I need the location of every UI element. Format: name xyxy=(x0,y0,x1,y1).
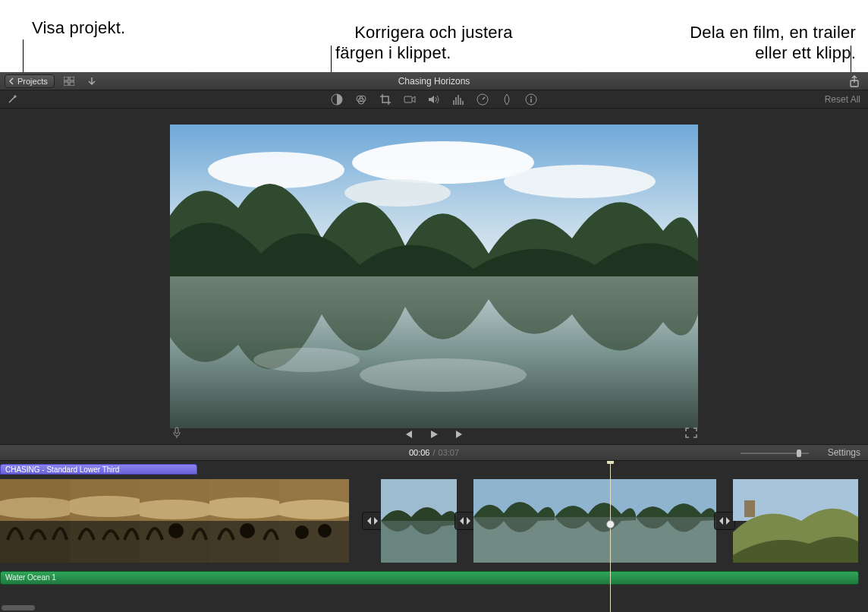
callout-projects: Visa projekt. xyxy=(32,18,125,38)
reset-all-button[interactable]: Reset All xyxy=(825,94,860,105)
share-button[interactable] xyxy=(847,74,862,88)
voiceover-button[interactable] xyxy=(170,426,184,440)
callout-projects-text: Visa projekt. xyxy=(32,18,125,37)
callouts-area: Visa projekt. Korrigera och justera färg… xyxy=(0,0,868,72)
svg-rect-37 xyxy=(279,521,349,563)
svg-point-30 xyxy=(140,500,209,519)
window-title: Chasing Horizons xyxy=(0,72,868,90)
playhead-knob[interactable] xyxy=(606,520,615,528)
svg-rect-21 xyxy=(175,427,178,434)
timecode-total: 03:07 xyxy=(439,448,460,457)
audio-clip[interactable]: Water Ocean 1 xyxy=(0,571,859,585)
gap-3 xyxy=(716,479,733,563)
projects-button[interactable]: Projects xyxy=(5,74,55,88)
svg-point-17 xyxy=(504,165,656,198)
camera-icon xyxy=(404,95,416,104)
color-wheel-icon xyxy=(355,93,367,106)
magic-wand-icon xyxy=(7,94,17,105)
info-icon xyxy=(525,93,537,106)
next-button[interactable] xyxy=(453,427,467,441)
callout-color: Korrigera och justera färgen i klippet. xyxy=(335,3,513,84)
color-balance-icon xyxy=(331,93,343,106)
download-arrow-icon xyxy=(87,77,96,86)
timecode-current: 00:06 xyxy=(409,448,430,457)
svg-point-27 xyxy=(70,496,140,517)
timeline-pane[interactable]: CHASING - Standard Lower Third xyxy=(0,461,868,612)
crossfade-icon xyxy=(719,516,731,525)
fullscreen-button[interactable] xyxy=(684,426,698,440)
video-clip-1[interactable] xyxy=(0,479,364,563)
video-clip-2[interactable] xyxy=(381,479,457,563)
zoom-slider[interactable] xyxy=(741,450,809,457)
timeline-header: 00:06 / 03:07 Settings xyxy=(0,444,868,461)
svg-point-34 xyxy=(209,497,279,519)
clip-filter-button[interactable] xyxy=(500,93,514,106)
projects-button-label: Projects xyxy=(17,77,48,86)
transition-2[interactable] xyxy=(454,512,476,530)
svg-rect-1 xyxy=(70,77,74,80)
playhead[interactable] xyxy=(610,461,611,612)
horizontal-scrollbar[interactable] xyxy=(2,605,35,610)
transition-1[interactable] xyxy=(362,512,383,530)
topbar-left-group: Projects xyxy=(0,74,100,88)
callout-line-share xyxy=(851,46,851,74)
svg-point-38 xyxy=(279,500,349,519)
video-clip-3[interactable] xyxy=(473,479,716,563)
speed-button[interactable] xyxy=(476,93,489,106)
preview-landscape-image xyxy=(170,125,698,428)
callout-color-text: Korrigera och justera färgen i klippet. xyxy=(335,23,513,62)
fullscreen-icon xyxy=(685,427,697,438)
speed-icon xyxy=(476,93,489,106)
preview-frame[interactable] xyxy=(170,125,698,428)
svg-rect-2 xyxy=(64,82,68,86)
svg-rect-26 xyxy=(70,521,140,563)
svg-point-24 xyxy=(0,497,70,519)
svg-point-39 xyxy=(295,525,309,539)
color-balance-button[interactable] xyxy=(330,93,344,106)
svg-point-12 xyxy=(530,96,532,98)
video-clip-4[interactable] xyxy=(733,479,858,563)
volume-icon xyxy=(428,94,440,105)
zoom-track xyxy=(741,453,809,454)
playback-controls xyxy=(401,427,467,441)
crop-button[interactable] xyxy=(379,93,392,106)
viewer-pane xyxy=(0,109,868,444)
title-clip-label: CHASING - Standard Lower Third xyxy=(5,465,119,474)
clip-info-button[interactable] xyxy=(524,93,538,106)
next-icon xyxy=(454,429,465,440)
filter-drop-icon xyxy=(502,93,512,106)
svg-rect-3 xyxy=(70,82,74,86)
play-button[interactable] xyxy=(427,427,441,441)
svg-rect-50 xyxy=(744,500,755,517)
enhance-button[interactable] xyxy=(5,93,20,106)
zoom-knob[interactable] xyxy=(797,450,801,457)
title-clip[interactable]: CHASING - Standard Lower Third xyxy=(0,464,197,475)
timeline-settings-button[interactable]: Settings xyxy=(828,447,860,458)
svg-point-40 xyxy=(318,524,332,538)
gap-1 xyxy=(364,479,381,563)
callout-line-projects xyxy=(23,39,24,74)
callout-share: Dela en film, en trailer eller ett klipp… xyxy=(671,3,856,84)
gap-2 xyxy=(457,479,473,563)
svg-point-14 xyxy=(208,152,344,188)
noise-reduction-button[interactable] xyxy=(451,93,465,106)
stabilization-button[interactable] xyxy=(403,93,417,106)
volume-button[interactable] xyxy=(427,93,441,106)
color-correction-button[interactable] xyxy=(354,93,368,106)
timecode-display: 00:06 / 03:07 xyxy=(409,448,459,457)
svg-rect-0 xyxy=(64,77,68,80)
transition-3[interactable] xyxy=(714,512,735,530)
svg-point-16 xyxy=(344,179,451,207)
import-button[interactable] xyxy=(83,74,100,88)
adjust-toolbar: Reset All xyxy=(0,90,868,109)
svg-point-35 xyxy=(240,523,255,538)
microphone-icon xyxy=(172,427,181,439)
crossfade-icon xyxy=(459,516,471,525)
previous-button[interactable] xyxy=(401,427,415,441)
imovie-window: Projects Chasing Horizons xyxy=(0,72,868,612)
equalizer-icon xyxy=(452,94,464,105)
media-library-button[interactable] xyxy=(61,74,77,88)
play-icon xyxy=(429,429,439,440)
previous-icon xyxy=(403,429,414,440)
window-topbar: Projects Chasing Horizons xyxy=(0,72,868,90)
